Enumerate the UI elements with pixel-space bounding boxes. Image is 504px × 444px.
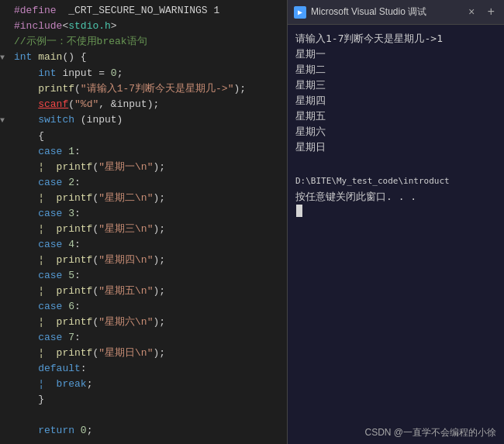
code-token: ( [68, 98, 74, 110]
code-token: scanf [38, 98, 68, 110]
terminal-output-line: 星期四 [295, 93, 496, 108]
code-line: ¦ printf("星期一\n"); [0, 160, 287, 175]
code-token: "请输入1-7判断今天是星期几->" [81, 83, 234, 95]
code-line: int input = 0; [0, 66, 287, 81]
code-line: case 1: [0, 144, 287, 160]
code-token: : [74, 332, 81, 343]
code-token: : [74, 177, 81, 188]
code-token: { [14, 130, 44, 142]
line-content: #include<stdio.h> [11, 19, 287, 34]
code-line: ▼int main() { [0, 50, 287, 66]
line-content: //示例一：不使用break语句 [11, 34, 287, 50]
code-token: case [14, 270, 68, 281]
code-token [14, 83, 38, 95]
code-line: printf("请输入1-7判断今天是星期几->"); [0, 81, 287, 97]
code-content: #define _CRT_SECURE_NO_WARNINGS 1#includ… [0, 0, 287, 442]
code-token: ); [153, 161, 165, 173]
code-token: ); [153, 254, 165, 266]
code-token: : [74, 301, 81, 312]
terminal-add-button[interactable]: + [484, 4, 498, 21]
code-token: ¦ printf [14, 254, 92, 266]
line-content: ¦ printf("星期五\n"); [11, 284, 287, 299]
terminal-titlebar: ▶ Microsoft Visual Studio 调试 × + [288, 0, 504, 25]
line-content: ¦ printf("星期三\n"); [11, 222, 287, 237]
code-token: switch [14, 114, 74, 126]
code-token: //示例一：不使用break语句 [14, 36, 147, 47]
terminal-output-line: 星期一 [295, 46, 496, 62]
code-line: case 7: [0, 330, 287, 346]
code-token: "星期一\n" [98, 161, 153, 173]
line-content: int input = 0; [11, 66, 287, 81]
code-line: default: [0, 361, 287, 377]
code-line: ▼ switch (input) [0, 112, 287, 129]
cursor [296, 205, 302, 217]
code-line: scanf("%d", &input); [0, 97, 287, 112]
code-token: #include [14, 20, 62, 32]
code-token: ( [74, 83, 81, 95]
code-token: return [14, 425, 81, 436]
line-content: { [11, 129, 287, 144]
code-line: ¦ printf("星期二\n"); [0, 191, 287, 206]
line-content: case 2: [11, 175, 287, 191]
terminal-footer: CSDN @一直学不会编程的小徐 [288, 423, 504, 444]
code-line: } [0, 392, 287, 408]
code-token: ¦ printf [14, 285, 92, 297]
code-token: 1 [68, 146, 74, 157]
code-line: ¦ printf("星期五\n"); [0, 284, 287, 299]
code-token: , &input); [98, 98, 159, 110]
code-token: : [74, 146, 81, 157]
gutter-icon[interactable]: ▼ [0, 113, 9, 129]
line-content: case 7: [11, 330, 287, 346]
code-token: 4 [68, 239, 74, 250]
line-content: switch (input) [11, 112, 287, 128]
code-line: case 6: [0, 299, 287, 315]
code-token: 7 [68, 332, 74, 343]
code-line: ¦ printf("星期四\n"); [0, 253, 287, 268]
code-line: case 3: [0, 206, 287, 222]
terminal-close-button[interactable]: × [464, 5, 479, 20]
code-token: : [74, 270, 81, 281]
line-content: printf("请输入1-7判断今天是星期几->"); [11, 81, 287, 97]
line-content: ¦ printf("星期日\n"); [11, 346, 287, 361]
code-token: 0 [81, 425, 87, 436]
code-token: ¦ printf [14, 192, 92, 204]
code-token: main [32, 51, 62, 63]
terminal-icon: ▶ [294, 6, 306, 19]
terminal-close-msg: 按任意键关闭此窗口. . . [295, 189, 496, 205]
terminal-output-line: 星期六 [295, 124, 496, 139]
code-token: int [38, 67, 56, 79]
code-token: } [14, 394, 44, 405]
code-token: case [14, 239, 68, 250]
code-line: { [0, 129, 287, 144]
code-token: printf [38, 83, 74, 95]
code-line: ¦ break; [0, 377, 287, 392]
code-token: stdio.h [68, 20, 111, 32]
code-token: "星期五\n" [98, 285, 153, 297]
line-content: ¦ printf("星期四\n"); [11, 253, 287, 268]
code-token: ; [87, 378, 93, 390]
code-token: 2 [68, 177, 74, 188]
code-token: ¦ printf [14, 347, 92, 359]
code-token [14, 67, 38, 79]
code-token: 5 [68, 270, 74, 281]
code-token [14, 98, 38, 110]
terminal-title: Microsoft Visual Studio 调试 [311, 5, 459, 19]
code-line [0, 408, 287, 423]
code-line: case 4: [0, 237, 287, 253]
line-content: case 3: [11, 206, 287, 222]
line-content: return 0; [11, 423, 287, 439]
code-token: "星期四\n" [98, 254, 153, 266]
line-content: ¦ printf("星期六\n"); [11, 315, 287, 330]
code-line: ¦ printf("星期三\n"); [0, 222, 287, 237]
code-editor: #define _CRT_SECURE_NO_WARNINGS 1#includ… [0, 0, 287, 444]
terminal-output-line: 星期日 [295, 139, 496, 155]
line-content: ¦ printf("星期二\n"); [11, 191, 287, 206]
gutter-icon[interactable]: ▼ [0, 50, 9, 66]
code-token: #define [14, 5, 57, 16]
terminal-output-line: 星期三 [295, 77, 496, 93]
code-line: case 2: [0, 175, 287, 191]
code-token: ; [87, 425, 93, 436]
code-token: _CRT_SECURE_NO_WARNINGS 1 [57, 5, 220, 16]
code-token: case [14, 177, 68, 188]
code-token: : [81, 363, 87, 374]
